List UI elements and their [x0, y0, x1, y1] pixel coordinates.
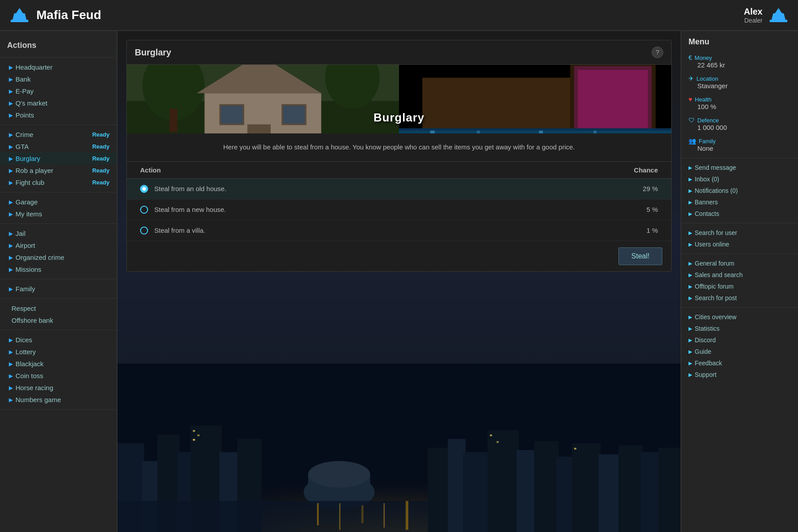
action-row-left: Steal from a villa. — [140, 227, 205, 235]
menu-stat-defence: 🛡 Defence 1 000 000 — [681, 114, 798, 133]
menu-link-notifications[interactable]: ▶ Notifications (0) — [681, 185, 798, 196]
sidebar-item-jail[interactable]: ▶Jail — [0, 227, 117, 239]
arrow-icon: ▶ — [688, 165, 692, 171]
sidebar-item-missions[interactable]: ▶Missions — [0, 263, 117, 275]
menu-link-guide[interactable]: ▶ Guide — [681, 346, 798, 357]
action-row-old-house[interactable]: Steal from an old house. 29 % — [127, 179, 671, 200]
burglary-image: Burglary — [127, 65, 671, 133]
sidebar-item-respect[interactable]: Respect — [0, 302, 117, 314]
svg-rect-36 — [658, 448, 681, 532]
menu-link-support[interactable]: ▶ Support — [681, 369, 798, 380]
sidebar-item-garage[interactable]: ▶Garage — [0, 196, 117, 208]
description-area: Here you will be able to steal from a ho… — [127, 133, 671, 161]
sidebar-item-cointoss[interactable]: ▶Coin toss — [0, 370, 117, 382]
action-row-villa[interactable]: Steal from a villa. 1 % — [127, 220, 671, 241]
arrow-icon: ▶ — [688, 272, 692, 278]
menu-link-send-message[interactable]: ▶ Send message — [681, 162, 798, 173]
health-label: ♥ Health — [688, 96, 791, 103]
menu-link-cities[interactable]: ▶ Cities overview — [681, 311, 798, 323]
user-info: Alex Dealer — [744, 7, 763, 24]
sidebar-item-crime[interactable]: ▶Crime Ready — [0, 129, 117, 141]
sidebar-item-my-items[interactable]: ▶My items — [0, 208, 117, 220]
euro-icon: € — [688, 54, 692, 61]
sidebar-item-points[interactable]: ▶Points — [0, 109, 117, 121]
sidebar-item-qsmarket[interactable]: ▶Q's market — [0, 97, 117, 109]
arrow-icon: ▶ — [688, 242, 692, 247]
sidebar-item-airport[interactable]: ▶Airport — [0, 239, 117, 251]
sidebar-item-blackjack[interactable]: ▶Blackjack — [0, 358, 117, 370]
menu-link-users-online[interactable]: ▶ Users online — [681, 239, 798, 250]
sidebar-section-family: ▶Family — [0, 279, 117, 299]
action-row-left: Steal from an old house. — [140, 185, 227, 193]
menu-link-label: Discord — [695, 336, 716, 344]
menu-link-statistics[interactable]: ▶ Statistics — [681, 323, 798, 334]
sidebar-item-family[interactable]: ▶Family — [0, 283, 117, 295]
sidebar-item-offshore[interactable]: Offshore bank — [0, 314, 117, 326]
defence-label-text: Defence — [697, 117, 719, 124]
sidebar-item-lottery[interactable]: ▶Lottery — [0, 346, 117, 358]
menu-link-sales[interactable]: ▶ Sales and search — [681, 269, 798, 281]
menu-link-label: Search for user — [695, 229, 737, 236]
header-right: Alex Dealer — [744, 6, 789, 24]
menu-link-inbox[interactable]: ▶ Inbox (0) — [681, 173, 798, 185]
sidebar-item-epay[interactable]: ▶E-Pay — [0, 85, 117, 97]
sidebar-item-dices[interactable]: ▶Dices — [0, 334, 117, 346]
fight-badge: Ready — [92, 179, 110, 186]
arrow-icon: ▶ — [9, 397, 13, 403]
sidebar-item-gta[interactable]: ▶GTA Ready — [0, 141, 117, 153]
radio-villa[interactable] — [140, 227, 148, 235]
svg-rect-38 — [197, 434, 200, 436]
menu-link-general-forum[interactable]: ▶ General forum — [681, 258, 798, 269]
main-layout: Actions ▶Headquarter ▶Bank ▶E-Pay ▶Q's m… — [0, 31, 798, 532]
steal-button[interactable]: Steal! — [618, 247, 662, 265]
menu-link-search-post[interactable]: ▶ Search for post — [681, 292, 798, 304]
menu-link-banners[interactable]: ▶ Banners — [681, 196, 798, 208]
sidebar-item-bank[interactable]: ▶Bank — [0, 73, 117, 85]
arrow-icon: ▶ — [9, 168, 13, 174]
sidebar-item-headquarter[interactable]: ▶Headquarter — [0, 61, 117, 73]
svg-marker-5 — [775, 8, 782, 13]
content-panel: Burglary ? — [126, 40, 672, 272]
svg-rect-32 — [572, 443, 601, 532]
rob-badge: Ready — [92, 167, 110, 174]
help-icon[interactable]: ? — [652, 47, 663, 58]
house-right-image — [399, 65, 671, 133]
radio-old-house[interactable] — [140, 185, 148, 193]
user-hat-icon — [768, 6, 789, 24]
arrow-icon: ▶ — [688, 230, 692, 236]
arrow-icon: ▶ — [9, 156, 13, 162]
svg-rect-30 — [534, 441, 559, 532]
sidebar-item-organized-crime[interactable]: ▶Organized crime — [0, 251, 117, 263]
svg-rect-51 — [282, 105, 306, 125]
menu-link-contacts[interactable]: ▶ Contacts — [681, 208, 798, 219]
action-chance-old-house: 29 % — [643, 185, 658, 192]
sidebar-item-rob-player[interactable]: ▶Rob a player Ready — [0, 164, 117, 176]
arrow-icon: ▶ — [9, 361, 13, 367]
sidebar-item-numbers-game[interactable]: ▶Numbers game — [0, 394, 117, 406]
svg-rect-23 — [406, 501, 408, 530]
sidebar-section-games: ▶Dices ▶Lottery ▶Blackjack ▶Coin toss ▶H… — [0, 330, 117, 410]
mafia-hat-icon — [9, 6, 30, 24]
svg-rect-33 — [598, 454, 621, 532]
radio-new-house[interactable] — [140, 206, 148, 214]
arrow-icon: ▶ — [688, 314, 692, 320]
menu-link-search-user[interactable]: ▶ Search for user — [681, 227, 798, 239]
svg-rect-1 — [11, 20, 28, 22]
menu-link-offtopic[interactable]: ▶ Offtopic forum — [681, 281, 798, 292]
arrow-icon: ▶ — [9, 243, 13, 249]
svg-rect-40 — [490, 434, 492, 436]
sidebar-item-horse-racing[interactable]: ▶Horse racing — [0, 382, 117, 394]
sidebar-item-fight-club[interactable]: ▶Fight club Ready — [0, 176, 117, 188]
menu-link-label: Sales and search — [695, 271, 743, 278]
money-label-text: Money — [695, 55, 712, 61]
arrow-icon: ▶ — [9, 349, 13, 355]
arrow-icon: ▶ — [9, 144, 13, 150]
menu-link-discord[interactable]: ▶ Discord — [681, 334, 798, 346]
sidebar-item-burglary[interactable]: ▶Burglary Ready — [0, 153, 117, 164]
header-left: Mafia Feud — [9, 6, 101, 24]
svg-rect-62 — [399, 131, 671, 133]
arrow-icon: ▶ — [9, 373, 13, 379]
menu-link-feedback[interactable]: ▶ Feedback — [681, 357, 798, 369]
svg-rect-27 — [463, 452, 490, 532]
action-row-new-house[interactable]: Steal from a new house. 5 % — [127, 200, 671, 220]
